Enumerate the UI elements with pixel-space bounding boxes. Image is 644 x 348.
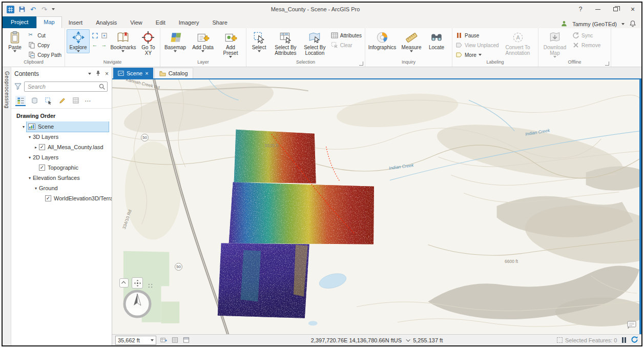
view-tab-scene[interactable]: Scene ×: [113, 68, 153, 78]
list-by-source-icon[interactable]: [29, 96, 39, 106]
select-by-attributes-button[interactable]: Select By Attributes: [271, 29, 300, 57]
close-button[interactable]: ×: [624, 3, 641, 16]
pause-labeling-button[interactable]: Pause: [454, 31, 501, 40]
tab-imagery[interactable]: Imagery: [172, 17, 206, 28]
pan-control[interactable]: [132, 277, 143, 289]
restore-icon: [613, 7, 618, 11]
table-icon[interactable]: [182, 336, 190, 344]
window-title: Mesa_County - Scene - ArcGIS Pro: [59, 6, 572, 12]
expander-icon[interactable]: ▾: [27, 135, 33, 139]
selection-dialog-launcher[interactable]: [359, 62, 363, 66]
cut-button[interactable]: ✂Cut: [27, 31, 63, 40]
expander-icon[interactable]: ▾: [27, 155, 33, 160]
pane-menu-icon[interactable]: [88, 73, 91, 75]
paste-button[interactable]: Paste: [4, 29, 26, 53]
ribbon-group-selection: Select Select By Attributes Select By Lo…: [246, 28, 365, 67]
copy-button[interactable]: Copy: [27, 40, 63, 50]
save-icon[interactable]: [18, 6, 26, 13]
more-options-icon[interactable]: ⋯: [85, 97, 91, 105]
notification-log-icon[interactable]: [627, 321, 636, 331]
group-label-layer: Layer: [162, 59, 244, 67]
go-to-xy-button[interactable]: Go To XY: [138, 29, 158, 57]
measure-button[interactable]: Measure: [399, 29, 424, 53]
chevron-down-icon: [229, 56, 232, 58]
list-by-drawing-order-icon[interactable]: [15, 96, 26, 106]
tab-view[interactable]: View: [123, 17, 149, 28]
user-menu[interactable]: Tammy (GeoTEd): [572, 21, 617, 27]
scene-view[interactable]: Kannah Creek Rd Indian Creek Indian Cree…: [112, 78, 641, 334]
tree-item-elevation-surfaces[interactable]: ▾ Elevation Surfaces: [11, 173, 112, 183]
locate-button[interactable]: Locate: [425, 29, 448, 51]
close-pane-icon[interactable]: ×: [105, 70, 109, 77]
basemap-button[interactable]: Basemap: [162, 29, 189, 53]
layer-tree: ▾ Scene ▾ 3D Layers ▸ ✓ All_Mesa_County.…: [11, 121, 112, 345]
expander-icon[interactable]: ▸: [33, 145, 39, 150]
list-by-editing-icon[interactable]: [57, 96, 67, 106]
qat-customize-icon[interactable]: [52, 8, 55, 10]
layer-checkbox[interactable]: ✓: [45, 195, 51, 201]
add-preset-button[interactable]: Add Preset: [217, 29, 244, 59]
tab-map[interactable]: Map: [36, 16, 61, 28]
explore-button[interactable]: Explore: [67, 29, 90, 53]
search-icon[interactable]: [98, 83, 106, 91]
offline-dialog-launcher[interactable]: [605, 62, 609, 66]
fixed-zoom-icon[interactable]: [100, 31, 108, 39]
bookmarks-label: Bookmarks: [110, 45, 136, 50]
expander-icon[interactable]: ▾: [33, 186, 39, 191]
copy-icon: [28, 42, 35, 49]
list-by-snapping-icon[interactable]: [71, 96, 81, 106]
units-dropdown-icon[interactable]: [406, 337, 410, 341]
tab-analysis[interactable]: Analysis: [89, 17, 123, 28]
clear-icon: [331, 42, 338, 49]
bookmarks-button[interactable]: Bookmarks: [109, 29, 137, 53]
search-input[interactable]: [24, 81, 108, 92]
tree-item-2d-layers[interactable]: ▾ 2D Layers: [11, 152, 112, 162]
tree-item-3d-layers[interactable]: ▾ 3D Layers: [11, 132, 112, 142]
pause-drawing-button[interactable]: [622, 337, 627, 343]
undo-icon[interactable]: ↶: [29, 6, 37, 13]
locate-label: Locate: [429, 45, 444, 50]
layer-checkbox[interactable]: ✓: [39, 144, 45, 150]
infographics-button[interactable]: Infographics: [367, 29, 398, 51]
filter-funnel-icon[interactable]: [14, 83, 22, 91]
copy-path-button[interactable]: Copy Path: [27, 50, 63, 59]
cells-icon[interactable]: [171, 336, 179, 344]
refresh-icon[interactable]: [631, 336, 638, 344]
tab-share[interactable]: Share: [206, 17, 234, 28]
next-extent-icon[interactable]: →: [100, 40, 108, 49]
minimize-button[interactable]: [589, 3, 607, 16]
tree-item-scene[interactable]: ▾ Scene: [11, 121, 112, 132]
drag-handle-icon[interactable]: [148, 281, 153, 290]
close-view-icon[interactable]: ×: [145, 70, 148, 76]
add-data-button[interactable]: Add Data: [190, 29, 216, 53]
tree-item-ground[interactable]: ▾ Ground: [11, 183, 112, 193]
tab-insert[interactable]: Insert: [62, 17, 90, 28]
tab-project[interactable]: Project: [3, 16, 36, 28]
compass-control[interactable]: [123, 290, 152, 320]
scale-combo[interactable]: 35,662 ft: [115, 336, 156, 345]
previous-extent-icon[interactable]: ←: [91, 40, 99, 49]
help-button[interactable]: ?: [572, 3, 589, 16]
tree-item-lasd[interactable]: ▸ ✓ All_Mesa_County.lasd: [11, 142, 112, 152]
layer-checkbox[interactable]: ✓: [39, 165, 45, 171]
full-extent-icon[interactable]: [91, 31, 99, 39]
geoprocessing-dock-tab[interactable]: Geoprocessing: [3, 67, 11, 345]
select-by-location-button[interactable]: Select By Location: [301, 29, 328, 57]
select-button[interactable]: Select: [248, 29, 270, 53]
tab-edit[interactable]: Edit: [149, 17, 172, 28]
download-map-icon: [548, 31, 562, 44]
pin-icon[interactable]: [95, 70, 101, 77]
tree-item-topographic[interactable]: ✓ Topographic: [11, 162, 112, 173]
view-tab-catalog[interactable]: Catalog: [154, 68, 193, 78]
more-labeling-button[interactable]: More: [454, 50, 501, 59]
expander-icon[interactable]: ▾: [27, 176, 33, 180]
list-by-selection-icon[interactable]: [43, 96, 53, 106]
notifications-bell-icon[interactable]: [629, 20, 636, 28]
maximize-button[interactable]: [607, 3, 624, 16]
add-grid-icon[interactable]: [160, 336, 168, 344]
infographics-icon: [376, 31, 389, 44]
tree-item-world-elevation[interactable]: ✓ WorldElevation3D/Terrain3D: [11, 193, 112, 203]
navigator-collapse-button[interactable]: [119, 278, 129, 288]
attributes-button[interactable]: Attributes: [329, 31, 363, 40]
expander-icon[interactable]: ▾: [20, 125, 27, 129]
